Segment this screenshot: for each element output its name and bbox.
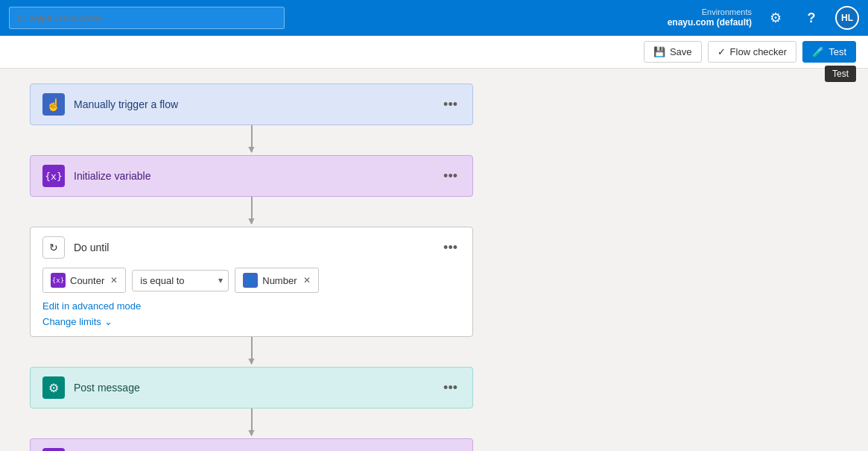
test-tooltip: Test [825, 66, 856, 82]
top-bar-right: Environments enayu.com (default) ⚙ ? HL [668, 6, 859, 30]
number-tag-label: Number [262, 275, 297, 286]
do-until-more[interactable]: ••• [440, 237, 460, 259]
manually-trigger-header[interactable]: ☝ Manually trigger a flow ••• [31, 84, 472, 124]
change-limits-link[interactable]: Change limits ⌄ [42, 316, 460, 327]
flow-checker-icon: ✓ [717, 46, 726, 57]
counter-tag[interactable]: {x} Counter ✕ [42, 268, 126, 293]
edit-advanced-link[interactable]: Edit in advanced mode [42, 300, 141, 312]
post-message-node[interactable]: ⚙ Post message ••• [30, 367, 473, 409]
env-name: enayu.com (default) [668, 17, 752, 29]
gear-icon: ⚙ [770, 10, 782, 26]
initialize-variable-icon: {x} [42, 165, 65, 187]
settings-button[interactable]: ⚙ [764, 6, 788, 30]
manually-trigger-more[interactable]: ••• [440, 94, 460, 116]
counter-tag-icon: {x} [51, 273, 66, 288]
initialize-variable-more[interactable]: ••• [440, 165, 460, 187]
variable-icon: {x} [45, 171, 62, 182]
flow-canvas[interactable]: ☝ Manually trigger a flow ••• {x} Initia… [0, 69, 868, 451]
save-button[interactable]: 💾 Save [644, 41, 702, 63]
connector-3 [30, 337, 473, 367]
initialize-variable-header[interactable]: {x} Initialize variable ••• [31, 156, 472, 196]
operator-select[interactable]: is equal to is not equal to is greater t… [132, 270, 229, 291]
hand-icon: ☝ [46, 98, 61, 112]
variable-small-icon: {x} [52, 277, 64, 284]
node-header-left: ⚙ Post message [42, 376, 140, 399]
increment-variable-more[interactable]: ••• [440, 449, 460, 452]
save-icon: 💾 [653, 46, 665, 57]
manually-trigger-node[interactable]: ☝ Manually trigger a flow ••• [30, 83, 473, 125]
increment-variable-icon: {x} [42, 448, 65, 451]
manually-trigger-icon: ☝ [42, 93, 65, 116]
increment-variable-node[interactable]: {x} Increment variable ••• [30, 438, 473, 451]
do-until-title: Do until [74, 242, 109, 253]
test-button[interactable]: 🧪 Test [802, 41, 856, 63]
test-label: Test [829, 46, 846, 57]
number-tag-remove[interactable]: ✕ [303, 275, 311, 286]
search-input[interactable] [17, 13, 276, 24]
search-box[interactable] [9, 7, 285, 29]
operator-select-wrap[interactable]: is equal to is not equal to is greater t… [132, 270, 229, 291]
do-until-node[interactable]: ↻ Do until ••• {x} Counter ✕ [30, 227, 473, 337]
environment-info: Environments enayu.com (default) [668, 7, 752, 29]
increment-variable-header[interactable]: {x} Increment variable ••• [31, 439, 472, 451]
change-limits-label: Change limits [42, 316, 101, 327]
flow-checker-button[interactable]: ✓ Flow checker [708, 41, 797, 63]
initialize-variable-node[interactable]: {x} Initialize variable ••• [30, 155, 473, 197]
manually-trigger-title: Manually trigger a flow [74, 98, 178, 110]
number-tag-icon: 👤 [243, 273, 258, 288]
avatar[interactable]: HL [835, 6, 859, 30]
node-header-left: ☝ Manually trigger a flow [42, 93, 178, 116]
node-header-left: ↻ Do until [42, 236, 109, 259]
chevron-down-icon: ⌄ [104, 316, 113, 327]
do-until-icon: ↻ [42, 236, 65, 259]
condition-row: {x} Counter ✕ is equal to is not equal t… [42, 268, 460, 293]
node-header-left: {x} Increment variable [42, 448, 159, 451]
do-until-header[interactable]: ↻ Do until ••• [31, 227, 472, 268]
initialize-variable-title: Initialize variable [74, 170, 151, 182]
save-label: Save [670, 46, 692, 57]
post-message-title: Post message [74, 382, 140, 394]
top-navigation-bar: Environments enayu.com (default) ⚙ ? HL [0, 0, 868, 36]
post-message-icon: ⚙ [42, 376, 65, 399]
loop-icon: ↻ [49, 242, 58, 253]
do-until-body: {x} Counter ✕ is equal to is not equal t… [31, 268, 472, 336]
number-tag[interactable]: 👤 Number ✕ [235, 268, 318, 293]
node-header-left: {x} Initialize variable [42, 165, 151, 187]
help-button[interactable]: ? [799, 6, 823, 30]
post-message-header[interactable]: ⚙ Post message ••• [31, 368, 472, 408]
flow-container: ☝ Manually trigger a flow ••• {x} Initia… [30, 83, 492, 451]
person-icon: 👤 [245, 275, 256, 286]
flow-checker-label: Flow checker [730, 46, 788, 57]
connector-4 [30, 409, 473, 438]
toolbar-row: 💾 Save ✓ Flow checker 🧪 Test [0, 36, 868, 69]
env-label: Environments [702, 7, 752, 17]
question-icon: ? [808, 10, 816, 26]
counter-tag-label: Counter [70, 275, 104, 286]
gear-circle-icon: ⚙ [48, 381, 59, 395]
top-bar-left [9, 7, 285, 29]
counter-tag-remove[interactable]: ✕ [110, 275, 118, 286]
connector-2 [30, 197, 473, 227]
connector-1 [30, 125, 473, 155]
post-message-more[interactable]: ••• [440, 377, 460, 399]
test-flask-icon: 🧪 [812, 46, 824, 57]
